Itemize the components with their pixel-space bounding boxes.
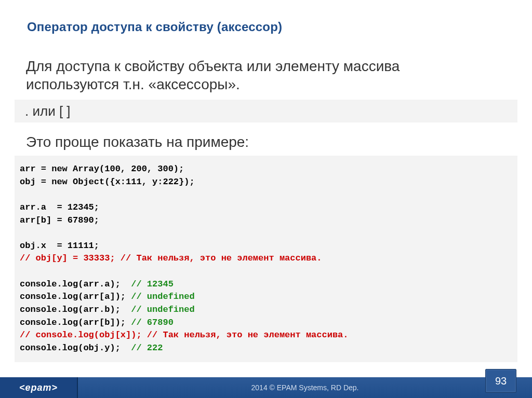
example-intro: Это проще показать на примере: — [26, 134, 494, 150]
epam-logo-text: <epam> — [19, 382, 58, 393]
code-line: arr = new Array(100, 200, 300); — [20, 164, 184, 174]
code-comment: // 222 — [131, 343, 163, 353]
accessor-syntax-box: . или [ ] — [15, 100, 517, 122]
epam-logo: <epam> — [0, 377, 78, 398]
accessor-syntax-text: . или [ ] — [25, 103, 71, 119]
code-line: arr.a = 12345; — [20, 202, 99, 212]
code-example: arr = new Array(100, 200, 300); obj = ne… — [15, 156, 517, 362]
code-line-error: // console.log(obj[x]); // Так нельзя, э… — [20, 330, 349, 340]
slide: Оператор доступа к свойству (аксессор) Д… — [0, 0, 532, 398]
page-number-value: 93 — [495, 375, 507, 387]
code-line: arr[b] = 67890; — [20, 215, 99, 225]
code-line: console.log(arr.a); — [20, 279, 131, 289]
slide-title: Оператор доступа к свойству (аксессор) — [27, 20, 282, 34]
code-comment: // undefined — [131, 305, 194, 314]
code-line: obj.x = 11111; — [20, 241, 99, 251]
intro-paragraph: Для доступа к свойству объекта или элеме… — [26, 57, 494, 93]
code-line: console.log(obj.y); — [20, 343, 131, 353]
code-comment: // 12345 — [131, 279, 174, 289]
page-number: 93 — [485, 369, 516, 393]
code-line: console.log(arr[a]); — [20, 292, 131, 301]
copyright-text: 2014 © EPAM Systems, RD Dep. — [78, 383, 532, 392]
code-line: console.log(arr[b]); — [20, 318, 131, 327]
footer-bar: <epam> 2014 © EPAM Systems, RD Dep. — [0, 377, 532, 398]
code-comment: // undefined — [131, 292, 194, 301]
code-line: obj = new Object({x:111, y:222}); — [20, 177, 195, 187]
code-line-error: // obj[y] = 33333; // Так нельзя, это не… — [20, 253, 322, 263]
code-line: console.log(arr.b); — [20, 305, 131, 314]
code-comment: // 67890 — [131, 318, 174, 327]
